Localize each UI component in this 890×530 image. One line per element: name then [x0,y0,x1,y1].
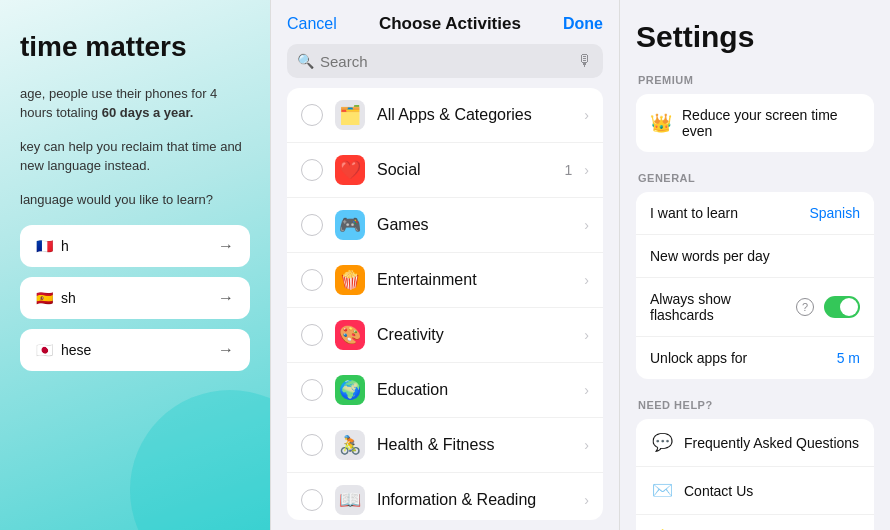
unlock-label: Unlock apps for [650,350,827,366]
chevron-information: › [584,492,589,508]
help-item-contact[interactable]: ✉️ Contact Us [636,467,874,515]
faq-label: Frequently Asked Questions [684,435,859,451]
radio-entertainment[interactable] [301,269,323,291]
label-all: All Apps & Categories [377,106,572,124]
body1: age, people use their phones for 4 hours… [20,84,250,123]
icon-creativity: 🎨 [335,320,365,350]
premium-text: Reduce your screen time even [682,107,860,139]
lang-name-french: h [61,238,69,254]
chevron-all: › [584,107,589,123]
radio-health[interactable] [301,434,323,456]
activity-item-health[interactable]: 🚴 Health & Fitness › [287,418,603,473]
microphone-icon[interactable]: 🎙 [577,52,593,70]
activity-item-education[interactable]: 🌍 Education › [287,363,603,418]
label-information: Information & Reading [377,491,572,509]
language-item-spanish[interactable]: 🇪🇸 sh → [20,277,250,319]
flashcards-toggle[interactable] [824,296,860,318]
label-entertainment: Entertainment [377,271,572,289]
flag-japanese: 🇯🇵 [36,342,53,358]
activity-item-creativity[interactable]: 🎨 Creativity › [287,308,603,363]
arrow-icon-spanish: → [218,289,234,307]
learn-value: Spanish [809,205,860,221]
flag-spanish: 🇪🇸 [36,290,53,306]
setting-unlock[interactable]: Unlock apps for 5 m [636,337,874,379]
icon-games: 🎮 [335,210,365,240]
radio-creativity[interactable] [301,324,323,346]
crown-icon: 👑 [650,112,672,134]
chevron-social: › [584,162,589,178]
learn-label: I want to learn [650,205,799,221]
lang-name-japanese: hese [61,342,91,358]
body2: key can help you reclaim that time and n… [20,137,250,176]
help-section-label: NEED HELP? [636,399,874,411]
arrow-icon-french: → [218,237,234,255]
icon-health: 🚴 [335,430,365,460]
activity-item-all[interactable]: 🗂️ All Apps & Categories › [287,88,603,143]
premium-section-label: PREMIUM [636,74,874,86]
search-icon: 🔍 [297,53,314,69]
flag-french: 🇫🇷 [36,238,53,254]
chevron-creativity: › [584,327,589,343]
language-item-japanese[interactable]: 🇯🇵 hese → [20,329,250,371]
help-item-faq[interactable]: 💬 Frequently Asked Questions [636,419,874,467]
lang-name-spanish: sh [61,290,76,306]
icon-education: 🌍 [335,375,365,405]
contact-label: Contact Us [684,483,753,499]
general-group: I want to learn Spanish New words per da… [636,192,874,379]
label-creativity: Creativity [377,326,572,344]
settings-title: Settings [636,20,874,54]
label-health: Health & Fitness [377,436,572,454]
setting-flashcards[interactable]: Always show flashcards ? [636,278,874,337]
language-question: language would you like to learn? [20,190,250,210]
search-input[interactable] [320,53,571,70]
info-icon[interactable]: ? [796,298,814,316]
activity-item-social[interactable]: ❤️ Social 1 › [287,143,603,198]
icon-information: 📖 [335,485,365,515]
general-section-label: GENERAL [636,172,874,184]
setting-words[interactable]: New words per day [636,235,874,278]
help-item-review[interactable]: ⭐ Write a Review [636,515,874,530]
premium-group: 👑 Reduce your screen time even [636,94,874,152]
chevron-education: › [584,382,589,398]
help-group: 💬 Frequently Asked Questions ✉️ Contact … [636,419,874,530]
activity-item-entertainment[interactable]: 🍿 Entertainment › [287,253,603,308]
radio-games[interactable] [301,214,323,236]
left-panel: time matters age, people use their phone… [0,0,270,530]
done-button[interactable]: Done [563,15,603,33]
label-games: Games [377,216,572,234]
icon-all: 🗂️ [335,100,365,130]
chevron-health: › [584,437,589,453]
panel-title: Choose Activities [379,14,521,34]
premium-item[interactable]: 👑 Reduce your screen time even [636,94,874,152]
icon-social: ❤️ [335,155,365,185]
label-education: Education [377,381,572,399]
radio-all[interactable] [301,104,323,126]
headline: time matters [20,30,250,64]
setting-learn[interactable]: I want to learn Spanish [636,192,874,235]
words-label: New words per day [650,248,860,264]
language-item-french[interactable]: 🇫🇷 h → [20,225,250,267]
contact-icon: ✉️ [650,480,674,501]
arrow-icon-japanese: → [218,341,234,359]
flashcards-label: Always show flashcards [650,291,782,323]
chevron-games: › [584,217,589,233]
activity-list: 🗂️ All Apps & Categories › ❤️ Social 1 ›… [287,88,603,520]
cancel-button[interactable]: Cancel [287,15,337,33]
middle-header: Cancel Choose Activities Done [271,0,619,44]
decorative-blob [130,390,270,530]
label-social: Social [377,161,553,179]
search-bar: 🔍 🎙 [287,44,603,78]
faq-icon: 💬 [650,432,674,453]
radio-education[interactable] [301,379,323,401]
activity-item-information[interactable]: 📖 Information & Reading › [287,473,603,520]
count-social: 1 [565,162,573,178]
activity-item-games[interactable]: 🎮 Games › [287,198,603,253]
radio-social[interactable] [301,159,323,181]
unlock-value: 5 m [837,350,860,366]
icon-entertainment: 🍿 [335,265,365,295]
right-panel: Settings PREMIUM 👑 Reduce your screen ti… [620,0,890,530]
chevron-entertainment: › [584,272,589,288]
middle-panel: Cancel Choose Activities Done 🔍 🎙 🗂️ All… [270,0,620,530]
radio-information[interactable] [301,489,323,511]
